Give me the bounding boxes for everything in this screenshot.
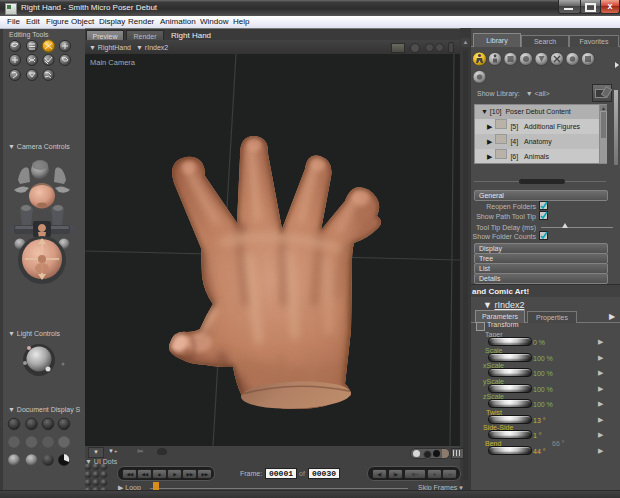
svg-text:Main Camera: Main Camera	[90, 58, 136, 67]
